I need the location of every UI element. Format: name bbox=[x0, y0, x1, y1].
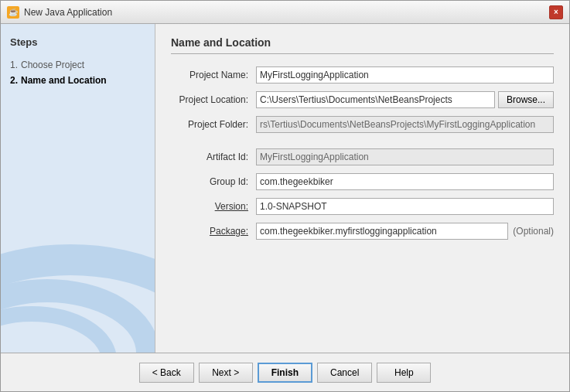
svg-point-0 bbox=[1, 260, 155, 353]
dialog-footer: < Back Next > Finish Cancel Help bbox=[1, 353, 569, 391]
dialog-body: Steps 1.Choose Project 2.Name and Locati… bbox=[1, 24, 569, 353]
project-location-row: Project Location: Browse... bbox=[171, 91, 554, 108]
next-button[interactable]: Next > bbox=[199, 363, 253, 383]
back-button[interactable]: < Back bbox=[139, 363, 194, 383]
step-2-number: 2. bbox=[10, 75, 18, 86]
steps-list: 1.Choose Project 2.Name and Location bbox=[10, 57, 145, 88]
project-location-input[interactable] bbox=[256, 91, 495, 108]
main-content: Name and Location Project Name: Project … bbox=[155, 24, 569, 353]
title-bar-left: ☕ New Java Application bbox=[7, 6, 112, 19]
package-label: Package: bbox=[171, 226, 256, 237]
project-folder-label: Project Folder: bbox=[171, 119, 256, 130]
svg-point-1 bbox=[1, 291, 148, 353]
app-icon: ☕ bbox=[7, 6, 19, 19]
close-button[interactable]: × bbox=[549, 5, 563, 19]
step-item-2: 2.Name and Location bbox=[10, 73, 145, 88]
version-label: Version: bbox=[171, 201, 256, 212]
artifact-id-label: Artifact Id: bbox=[171, 152, 256, 162]
dialog-window: ☕ New Java Application × Steps 1.Choose … bbox=[0, 0, 570, 392]
sidebar-heading: Steps bbox=[10, 36, 145, 48]
project-name-label: Project Name: bbox=[171, 70, 256, 80]
step-2-label: Name and Location bbox=[21, 75, 107, 86]
project-name-input[interactable] bbox=[256, 66, 554, 84]
cancel-button[interactable]: Cancel bbox=[317, 363, 372, 383]
section-title: Name and Location bbox=[171, 36, 554, 54]
project-location-label: Project Location: bbox=[171, 94, 256, 105]
help-button[interactable]: Help bbox=[377, 363, 431, 383]
separator-1 bbox=[171, 141, 554, 148]
project-name-row: Project Name: bbox=[171, 66, 554, 84]
project-folder-row: Project Folder: bbox=[171, 116, 554, 133]
package-row: Package: (Optional) bbox=[171, 223, 554, 240]
version-input[interactable] bbox=[256, 198, 554, 215]
artifact-id-row: Artifact Id: bbox=[171, 148, 554, 165]
step-item-1: 1.Choose Project bbox=[10, 57, 145, 73]
version-row: Version: bbox=[171, 198, 554, 215]
artifact-id-input bbox=[256, 148, 554, 165]
title-bar: ☕ New Java Application × bbox=[1, 1, 569, 24]
project-location-group: Browse... bbox=[256, 91, 554, 108]
dialog-title: New Java Application bbox=[24, 7, 112, 18]
group-id-label: Group Id: bbox=[171, 176, 256, 187]
sidebar: Steps 1.Choose Project 2.Name and Locati… bbox=[1, 24, 155, 353]
finish-button[interactable]: Finish bbox=[258, 363, 312, 383]
optional-label: (Optional) bbox=[513, 226, 554, 237]
browse-button[interactable]: Browse... bbox=[498, 91, 554, 108]
step-1-number: 1. bbox=[10, 60, 18, 70]
group-id-row: Group Id: bbox=[171, 173, 554, 190]
svg-point-2 bbox=[1, 314, 109, 353]
group-id-input[interactable] bbox=[256, 173, 554, 190]
sidebar-decoration bbox=[1, 182, 155, 353]
step-1-label: Choose Project bbox=[21, 60, 84, 70]
package-input[interactable] bbox=[256, 223, 508, 240]
project-folder-input bbox=[256, 116, 554, 133]
